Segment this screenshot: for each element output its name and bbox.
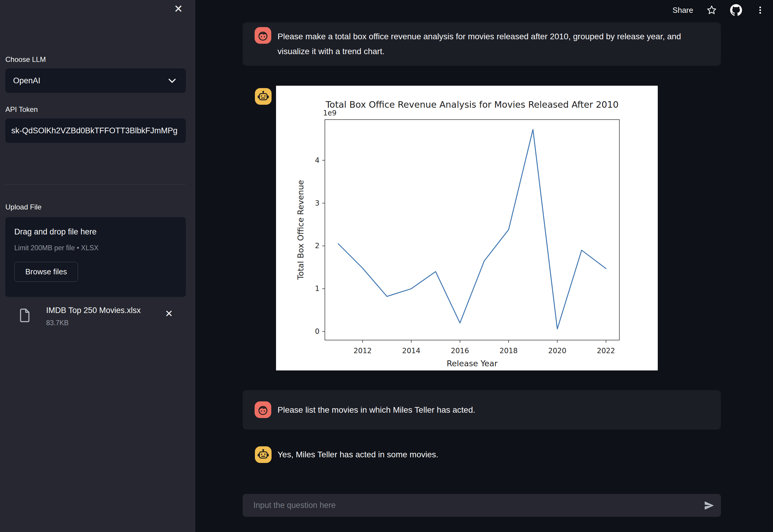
- svg-text:2014: 2014: [402, 347, 420, 355]
- uploaded-file-size: 83.7KB: [46, 319, 68, 327]
- api-token-input[interactable]: [5, 118, 186, 143]
- app-window: ✕ Choose LLM OpenAI API Token Upload Fil…: [0, 0, 773, 532]
- sidebar: ✕ Choose LLM OpenAI API Token Upload Fil…: [0, 0, 195, 532]
- main-area: Share: [195, 0, 773, 532]
- dropzone-title: Drag and drop file here: [14, 227, 96, 237]
- app-header: Share: [673, 2, 765, 18]
- user-avatar: [255, 401, 271, 418]
- share-button[interactable]: Share: [673, 6, 693, 15]
- file-dropzone[interactable]: Drag and drop file here Limit 200MB per …: [5, 217, 186, 297]
- chat-message-text: Please list the movies in which Miles Te…: [278, 390, 709, 430]
- svg-text:2016: 2016: [451, 347, 469, 355]
- svg-text:4: 4: [315, 156, 320, 165]
- svg-text:1e9: 1e9: [323, 109, 337, 117]
- send-icon[interactable]: [703, 500, 715, 513]
- assistant-avatar: [255, 88, 272, 105]
- svg-text:2: 2: [315, 242, 320, 250]
- svg-text:2012: 2012: [353, 347, 372, 355]
- uploaded-file-row: IMDB Top 250 Movies.xlsx 83.7KB ✕: [0, 303, 195, 336]
- svg-text:Total Box Office Revenue Analy: Total Box Office Revenue Analysis for Mo…: [326, 99, 619, 110]
- chat-message-user-2: Please list the movies in which Miles Te…: [243, 390, 721, 430]
- remove-file-icon[interactable]: ✕: [165, 309, 173, 318]
- line-chart: Total Box Office Revenue Analysis for Mo…: [276, 86, 658, 370]
- document-icon: [18, 308, 31, 324]
- llm-select[interactable]: OpenAI: [5, 68, 186, 93]
- kebab-menu-icon[interactable]: [755, 5, 765, 15]
- question-input-wrap: [243, 494, 721, 517]
- chat-message-assistant: Yes, Miles Teller has acted in some movi…: [243, 446, 721, 463]
- choose-llm-label: Choose LLM: [5, 55, 46, 64]
- uploaded-file-name: IMDB Top 250 Movies.xlsx: [46, 306, 141, 315]
- svg-text:2018: 2018: [500, 347, 518, 355]
- chevron-down-icon: [168, 78, 176, 85]
- github-icon[interactable]: [730, 4, 742, 16]
- dropzone-limit: Limit 200MB per file • XLSX: [14, 244, 98, 252]
- svg-text:2020: 2020: [548, 347, 566, 355]
- svg-text:0: 0: [315, 327, 320, 336]
- llm-select-value: OpenAI: [5, 68, 186, 93]
- trend-chart-image: Total Box Office Revenue Analysis for Mo…: [276, 86, 658, 370]
- svg-text:1: 1: [315, 284, 320, 293]
- chat-message-text: Please make a total box office revenue a…: [278, 22, 709, 66]
- svg-text:3: 3: [315, 199, 320, 207]
- browse-files-button[interactable]: Browse files: [14, 262, 78, 282]
- sidebar-close-icon[interactable]: ✕: [174, 4, 183, 14]
- api-token-label: API Token: [5, 105, 38, 114]
- chat-message-text: Yes, Miles Teller has acted in some movi…: [278, 446, 438, 463]
- assistant-avatar: [255, 446, 272, 463]
- star-icon[interactable]: [706, 5, 717, 15]
- question-input[interactable]: [243, 494, 721, 517]
- svg-text:2022: 2022: [597, 347, 615, 355]
- svg-text:Total Box Office Revenue: Total Box Office Revenue: [296, 180, 305, 280]
- upload-file-label: Upload File: [5, 203, 41, 211]
- svg-text:Release Year: Release Year: [447, 359, 498, 368]
- user-avatar: [255, 27, 271, 44]
- chat-message-user-1: Please make a total box office revenue a…: [243, 22, 721, 66]
